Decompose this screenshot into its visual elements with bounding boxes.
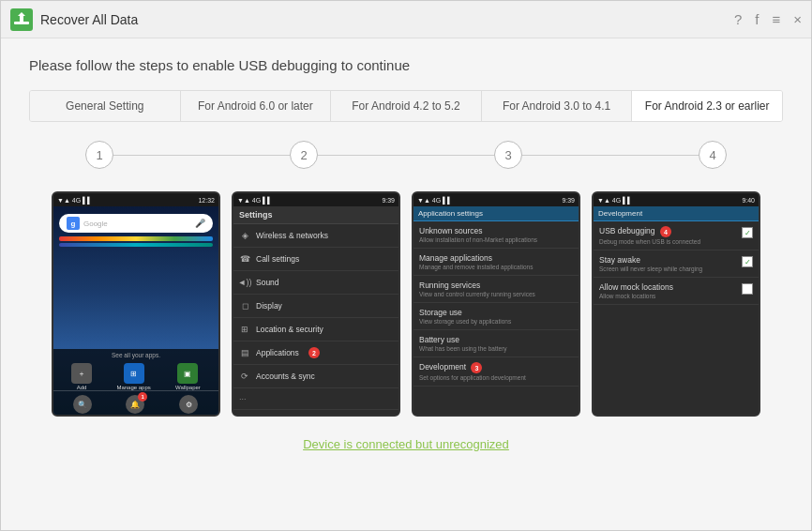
steps-row: 1 2 3 4 <box>29 141 783 169</box>
svg-rect-1 <box>14 22 29 24</box>
status-time-4: 9:40 <box>742 197 755 204</box>
display-label: Display <box>256 301 282 311</box>
phone-frame-4: ▼▲ 4G ▌▌ 9:40 Development USB debugging … <box>592 191 760 417</box>
app-item-development: Development 3 Set options for applicatio… <box>414 357 579 387</box>
settings-item-applications: ▤ Applications 2 <box>233 341 398 365</box>
title-bar-left: Recover All Data <box>10 8 734 31</box>
device-connection-link[interactable]: Device is connected but unrecognized <box>303 437 509 451</box>
screen-4: Development USB debugging 4 Debug mode w… <box>594 206 759 415</box>
awake-text: Stay awake Screen will never sleep while… <box>599 255 738 272</box>
app-item-unknown-sources: Unknown sources Allow installation of no… <box>414 221 579 249</box>
tab-android42[interactable]: For Android 4.2 to 5.2 <box>331 91 482 121</box>
dev-badge-3: 3 <box>471 362 482 373</box>
settings-item-accounts: ⟳ Accounts & sync <box>233 365 398 388</box>
tab-general[interactable]: General Setting <box>30 91 181 121</box>
unknown-sources-desc: Allow installation of non-Market applica… <box>419 236 573 243</box>
settings-circle-icon: ⚙ <box>179 395 198 414</box>
usb-desc: Debug mode when USB is connected <box>599 238 738 245</box>
dev-header: Development <box>594 206 759 221</box>
status-time-2: 9:39 <box>382 197 395 204</box>
sound-label: Sound <box>256 278 279 287</box>
color-bar-2 <box>59 243 213 247</box>
status-bar-3: ▼▲ 4G ▌▌ 9:39 <box>414 193 579 206</box>
settings-item-display: ◻ Display <box>233 295 398 318</box>
dev-title-s3: Development 3 <box>419 362 573 373</box>
screen-1: g Google 🎤 See all your apps. ＋ Add <box>53 206 218 415</box>
running-desc: View and control currently running servi… <box>419 291 573 297</box>
status-left-4: ▼▲ 4G ▌▌ <box>597 197 632 204</box>
bottom-notifications: 🔔 1 Notifications <box>120 395 151 415</box>
status-left-3: ▼▲ 4G ▌▌ <box>417 197 452 204</box>
tabs-row: General Setting For Android 6.0 or later… <box>29 90 783 122</box>
running-title: Running services <box>419 281 573 290</box>
app-wallpaper: ▣ Wallpaper <box>175 363 201 390</box>
storage-title: Storage use <box>419 308 573 317</box>
step-line-1 <box>113 155 290 156</box>
facebook-icon[interactable]: f <box>755 11 759 27</box>
close-icon[interactable]: × <box>793 11 802 27</box>
app-item-running: Running services View and control curren… <box>414 276 579 303</box>
accounts-label: Accounts & sync <box>256 372 315 381</box>
settings-item-call: ☎ Call settings <box>233 248 398 271</box>
dev-desc-s3: Set options for application development <box>419 374 573 381</box>
location-icon: ⊞ <box>239 324 250 335</box>
see-all-apps-text: See all your apps. <box>53 349 218 359</box>
mock-title: Allow mock locations <box>599 282 738 292</box>
step-4: 4 <box>699 141 727 169</box>
menu-icon[interactable]: ≡ <box>772 11 780 27</box>
settings-item-location: ⊞ Location & security <box>233 318 398 341</box>
mock-desc: Allow mock locations <box>599 293 738 299</box>
status-time-3: 9:39 <box>562 197 575 204</box>
help-icon[interactable]: ? <box>734 11 742 27</box>
sound-icon: ◄)) <box>239 277 250 288</box>
usb-checkbox: ✓ <box>742 227 753 238</box>
phone-frame-2: ▼▲ 4G ▌▌ 9:39 Settings ◈ Wireless & netw… <box>232 191 400 417</box>
title-bar-right: ? f ≡ × <box>734 11 802 27</box>
screen-2: Settings ◈ Wireless & networks ☎ Call se… <box>233 206 398 415</box>
storage-desc: View storage used by applications <box>419 318 573 325</box>
settings-item-sound: ◄)) Sound <box>233 271 398 295</box>
screenshots-row: ▼▲ 4G ▌▌ 12:32 g Google 🎤 See all your a… <box>29 191 783 417</box>
wireless-icon: ◈ <box>239 230 250 241</box>
step-line-3 <box>522 155 699 156</box>
app-manage: ⊞ Manage apps <box>116 363 150 390</box>
bottom-search: 🔍 Search <box>73 395 92 415</box>
bottom-link-container: Device is connected but unrecognized <box>29 435 783 452</box>
app-item-manage-apps: Manage applications Manage and remove in… <box>414 249 579 276</box>
search-circle-icon: 🔍 <box>73 395 92 414</box>
tab-android23[interactable]: For Android 2.3 or earlier <box>632 91 782 121</box>
settings-header: Settings <box>233 206 398 224</box>
call-label: Call settings <box>256 254 299 264</box>
status-bar-2: ▼▲ 4G ▌▌ 9:39 <box>233 193 398 206</box>
call-icon: ☎ <box>239 253 250 265</box>
google-g-icon: g <box>67 217 80 230</box>
manage-icon: ⊞ <box>124 363 144 384</box>
app-item-storage: Storage use View storage used by applica… <box>414 303 579 330</box>
manage-apps-desc: Manage and remove installed applications <box>419 264 573 270</box>
notif-circle-icon: 🔔 1 <box>126 395 144 414</box>
dev-item-mock: Allow mock locations Allow mock location… <box>594 278 759 305</box>
tab-android6[interactable]: For Android 6.0 or later <box>181 91 332 121</box>
step-3: 3 <box>494 141 522 169</box>
battery-desc: What has been using the battery <box>419 345 573 352</box>
add-label: Add <box>77 385 87 390</box>
applications-label: Applications <box>256 348 299 357</box>
wallpaper-icon: ▣ <box>177 363 198 384</box>
bottom-settings: ⚙ Settings <box>178 395 199 415</box>
tab-android30[interactable]: For Android 3.0 to 4.1 <box>482 91 633 121</box>
accounts-icon: ⟳ <box>239 371 250 382</box>
wireless-label: Wireless & networks <box>256 231 328 240</box>
app-settings-header: Application settings <box>414 206 579 221</box>
wallpaper-label: Wallpaper <box>175 385 201 390</box>
location-label: Location & security <box>256 325 323 334</box>
more-label: ··· <box>239 394 247 403</box>
awake-checkbox: ✓ <box>742 256 753 267</box>
applications-icon: ▤ <box>239 347 250 358</box>
app-item-battery: Battery use What has been using the batt… <box>414 330 579 357</box>
settings-item-more: ··· <box>233 388 398 410</box>
usb-title: USB debugging 4 <box>599 226 738 237</box>
notification-badge: 1 <box>138 392 147 402</box>
app-title: Recover All Data <box>40 12 138 27</box>
step-1: 1 <box>85 141 113 169</box>
color-bar-1 <box>59 236 213 241</box>
